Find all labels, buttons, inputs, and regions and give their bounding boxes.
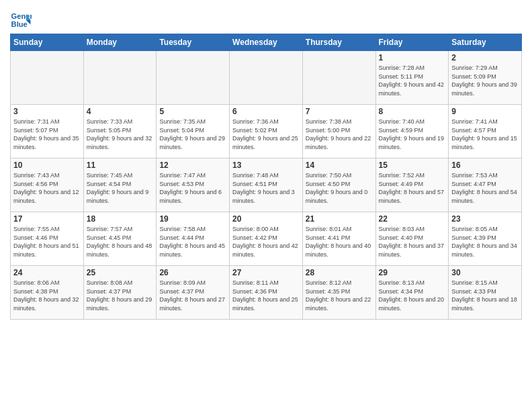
calendar-cell: 29Sunrise: 8:13 AM Sunset: 4:34 PM Dayli… [375, 266, 449, 320]
day-info: Sunrise: 7:48 AM Sunset: 4:51 PM Dayligh… [232, 171, 300, 205]
day-number: 29 [379, 268, 446, 277]
calendar-cell: 19Sunrise: 7:58 AM Sunset: 4:44 PM Dayli… [157, 212, 230, 266]
calendar-cell: 16Sunrise: 7:53 AM Sunset: 4:47 PM Dayli… [449, 158, 522, 212]
day-number: 19 [159, 214, 226, 224]
calendar-cell: 18Sunrise: 7:57 AM Sunset: 4:45 PM Dayli… [83, 212, 157, 266]
day-number: 4 [87, 107, 154, 116]
day-number: 25 [87, 268, 154, 277]
day-info: Sunrise: 7:29 AM Sunset: 5:09 PM Dayligh… [451, 64, 519, 97]
week-row-2: 10Sunrise: 7:43 AM Sunset: 4:56 PM Dayli… [11, 158, 522, 212]
day-info: Sunrise: 8:13 AM Sunset: 4:34 PM Dayligh… [379, 279, 446, 312]
day-info: Sunrise: 7:36 AM Sunset: 5:02 PM Dayligh… [232, 118, 300, 151]
calendar-cell: 10Sunrise: 7:43 AM Sunset: 4:56 PM Dayli… [11, 158, 84, 212]
day-number: 20 [232, 214, 300, 224]
day-info: Sunrise: 7:28 AM Sunset: 5:11 PM Dayligh… [379, 64, 446, 97]
day-number: 2 [451, 53, 519, 62]
day-number: 14 [306, 161, 373, 170]
calendar-cell: 27Sunrise: 8:11 AM Sunset: 4:36 PM Dayli… [230, 266, 303, 320]
day-number: 28 [306, 268, 373, 277]
col-header-saturday: Saturday [449, 34, 522, 51]
calendar-cell: 2Sunrise: 7:29 AM Sunset: 5:09 PM Daylig… [449, 51, 522, 105]
calendar-cell [302, 51, 375, 105]
day-number: 24 [13, 268, 81, 277]
week-row-3: 17Sunrise: 7:55 AM Sunset: 4:46 PM Dayli… [11, 212, 522, 266]
day-info: Sunrise: 7:43 AM Sunset: 4:56 PM Dayligh… [13, 171, 81, 205]
day-info: Sunrise: 8:12 AM Sunset: 4:35 PM Dayligh… [306, 279, 373, 312]
calendar-cell: 4Sunrise: 7:33 AM Sunset: 5:05 PM Daylig… [83, 105, 157, 158]
day-number: 11 [87, 161, 154, 170]
day-number: 8 [379, 107, 446, 116]
calendar-cell: 17Sunrise: 7:55 AM Sunset: 4:46 PM Dayli… [11, 212, 84, 266]
calendar-cell: 23Sunrise: 8:05 AM Sunset: 4:39 PM Dayli… [449, 212, 522, 266]
calendar-cell [11, 51, 84, 105]
day-number: 9 [451, 107, 519, 116]
day-info: Sunrise: 7:57 AM Sunset: 4:45 PM Dayligh… [87, 225, 154, 259]
day-info: Sunrise: 8:05 AM Sunset: 4:39 PM Dayligh… [451, 225, 519, 259]
calendar-cell: 3Sunrise: 7:31 AM Sunset: 5:07 PM Daylig… [11, 105, 84, 158]
week-row-1: 3Sunrise: 7:31 AM Sunset: 5:07 PM Daylig… [11, 105, 522, 158]
day-info: Sunrise: 7:52 AM Sunset: 4:49 PM Dayligh… [379, 171, 446, 205]
day-info: Sunrise: 7:31 AM Sunset: 5:07 PM Dayligh… [13, 118, 81, 151]
day-number: 23 [451, 214, 519, 224]
day-number: 13 [232, 161, 300, 170]
calendar-cell: 6Sunrise: 7:36 AM Sunset: 5:02 PM Daylig… [230, 105, 303, 158]
col-header-thursday: Thursday [302, 34, 375, 51]
logo: General Blue [10, 9, 34, 31]
calendar-cell: 21Sunrise: 8:01 AM Sunset: 4:41 PM Dayli… [302, 212, 375, 266]
week-row-4: 24Sunrise: 8:06 AM Sunset: 4:38 PM Dayli… [11, 266, 522, 320]
day-info: Sunrise: 8:00 AM Sunset: 4:42 PM Dayligh… [232, 225, 300, 259]
calendar-cell: 15Sunrise: 7:52 AM Sunset: 4:49 PM Dayli… [375, 158, 449, 212]
calendar-cell: 28Sunrise: 8:12 AM Sunset: 4:35 PM Dayli… [302, 266, 375, 320]
day-number: 15 [379, 161, 446, 170]
calendar-cell: 9Sunrise: 7:41 AM Sunset: 4:57 PM Daylig… [449, 105, 522, 158]
day-number: 10 [13, 161, 81, 170]
day-number: 27 [232, 268, 300, 277]
calendar-cell: 26Sunrise: 8:09 AM Sunset: 4:37 PM Dayli… [157, 266, 230, 320]
day-info: Sunrise: 8:06 AM Sunset: 4:38 PM Dayligh… [13, 279, 81, 312]
calendar-cell: 22Sunrise: 8:03 AM Sunset: 4:40 PM Dayli… [375, 212, 449, 266]
day-number: 17 [13, 214, 81, 224]
col-header-monday: Monday [83, 34, 157, 51]
day-info: Sunrise: 7:58 AM Sunset: 4:44 PM Dayligh… [159, 225, 226, 259]
day-info: Sunrise: 7:50 AM Sunset: 4:50 PM Dayligh… [306, 171, 373, 205]
logo-icon: General Blue [10, 9, 32, 31]
calendar-table: SundayMondayTuesdayWednesdayThursdayFrid… [10, 34, 522, 320]
day-info: Sunrise: 7:38 AM Sunset: 5:00 PM Dayligh… [306, 118, 373, 151]
day-number: 18 [87, 214, 154, 224]
day-number: 3 [13, 107, 81, 116]
svg-text:Blue: Blue [11, 20, 28, 28]
col-header-wednesday: Wednesday [230, 34, 303, 51]
calendar-cell: 25Sunrise: 8:08 AM Sunset: 4:37 PM Dayli… [83, 266, 157, 320]
calendar-cell [230, 51, 303, 105]
calendar-cell [157, 51, 230, 105]
calendar-cell: 12Sunrise: 7:47 AM Sunset: 4:53 PM Dayli… [157, 158, 230, 212]
calendar-cell: 24Sunrise: 8:06 AM Sunset: 4:38 PM Dayli… [11, 266, 84, 320]
day-info: Sunrise: 7:53 AM Sunset: 4:47 PM Dayligh… [451, 171, 519, 205]
day-info: Sunrise: 8:11 AM Sunset: 4:36 PM Dayligh… [232, 279, 300, 312]
day-info: Sunrise: 7:45 AM Sunset: 4:54 PM Dayligh… [87, 171, 154, 205]
day-info: Sunrise: 8:03 AM Sunset: 4:40 PM Dayligh… [379, 225, 446, 259]
calendar-cell: 13Sunrise: 7:48 AM Sunset: 4:51 PM Dayli… [230, 158, 303, 212]
day-number: 30 [451, 268, 519, 277]
day-number: 5 [159, 107, 226, 116]
main-container: General Blue SundayMondayTuesdayWednesda… [0, 0, 532, 323]
day-info: Sunrise: 8:08 AM Sunset: 4:37 PM Dayligh… [87, 279, 154, 312]
day-number: 7 [306, 107, 373, 116]
day-info: Sunrise: 8:15 AM Sunset: 4:33 PM Dayligh… [451, 279, 519, 312]
day-info: Sunrise: 7:40 AM Sunset: 4:59 PM Dayligh… [379, 118, 446, 151]
calendar-cell: 7Sunrise: 7:38 AM Sunset: 5:00 PM Daylig… [302, 105, 375, 158]
calendar-cell: 1Sunrise: 7:28 AM Sunset: 5:11 PM Daylig… [375, 51, 449, 105]
day-info: Sunrise: 7:33 AM Sunset: 5:05 PM Dayligh… [87, 118, 154, 151]
calendar-cell: 8Sunrise: 7:40 AM Sunset: 4:59 PM Daylig… [375, 105, 449, 158]
week-row-0: 1Sunrise: 7:28 AM Sunset: 5:11 PM Daylig… [11, 51, 522, 105]
calendar-cell: 20Sunrise: 8:00 AM Sunset: 4:42 PM Dayli… [230, 212, 303, 266]
calendar-cell: 5Sunrise: 7:35 AM Sunset: 5:04 PM Daylig… [157, 105, 230, 158]
header-row: General Blue [10, 7, 522, 31]
calendar-cell [83, 51, 157, 105]
col-header-tuesday: Tuesday [157, 34, 230, 51]
day-info: Sunrise: 7:35 AM Sunset: 5:04 PM Dayligh… [159, 118, 226, 151]
header-row-days: SundayMondayTuesdayWednesdayThursdayFrid… [11, 34, 522, 51]
day-info: Sunrise: 7:55 AM Sunset: 4:46 PM Dayligh… [13, 225, 81, 259]
day-number: 1 [379, 53, 446, 62]
day-number: 22 [379, 214, 446, 224]
